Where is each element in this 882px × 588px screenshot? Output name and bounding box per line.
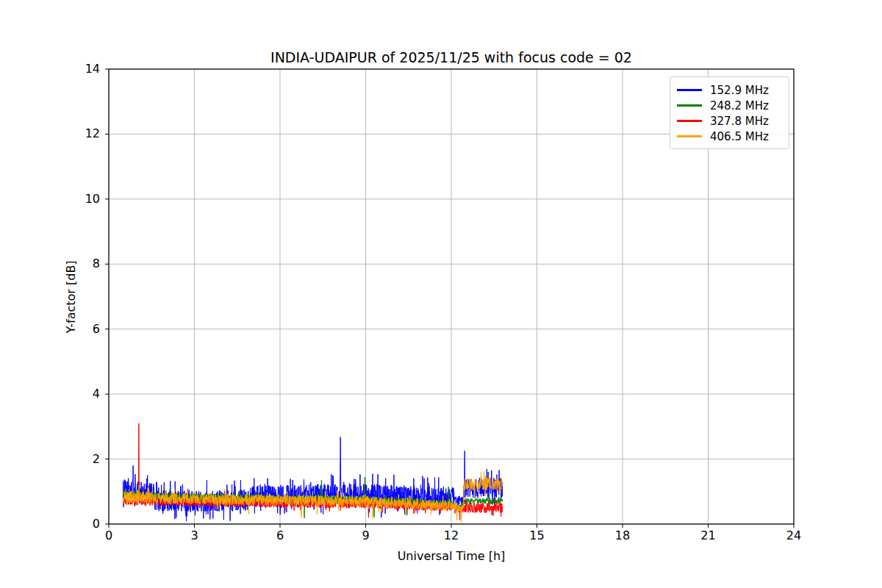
legend-item-label: 248.2 MHz (710, 99, 769, 112)
x-axis-label: Universal Time [h] (109, 549, 794, 564)
legend-item-label: 152.9 MHz (710, 84, 769, 97)
legend-item: 406.5 MHz (677, 129, 781, 144)
x-tick-label: 9 (362, 528, 369, 543)
chart-title: INDIA-UDAIPUR of 2025/11/25 with focus c… (109, 49, 794, 66)
y-tick-label: 0 (69, 517, 100, 531)
y-tick-label: 10 (69, 192, 100, 207)
x-tick-label: 24 (786, 528, 801, 543)
legend-item: 248.2 MHz (677, 98, 781, 113)
x-tick-label: 21 (700, 528, 715, 543)
x-tick-label: 0 (105, 528, 112, 543)
figure-canvas: INDIA-UDAIPUR of 2025/11/25 with focus c… (0, 0, 882, 588)
legend-line-swatch (677, 89, 702, 91)
x-tick-label: 6 (276, 528, 284, 543)
legend-line-swatch (677, 135, 702, 137)
y-tick-label: 6 (69, 322, 100, 337)
x-tick-label: 18 (615, 528, 630, 543)
legend-line-swatch (677, 120, 702, 122)
legend: 152.9 MHz 248.2 MHz 327.8 MHz 406.5 MHz (670, 76, 789, 149)
legend-item-label: 406.5 MHz (710, 130, 769, 143)
y-tick-label: 4 (69, 387, 100, 401)
legend-item: 152.9 MHz (677, 82, 781, 98)
y-tick-label: 14 (69, 62, 100, 76)
y-tick-label: 12 (69, 126, 100, 141)
legend-item-label: 327.8 MHz (710, 115, 769, 128)
x-tick-label: 3 (190, 528, 198, 543)
x-tick-label: 12 (444, 528, 459, 543)
y-tick-label: 2 (69, 452, 100, 467)
x-tick-label: 15 (529, 528, 544, 543)
y-tick-label: 8 (69, 257, 100, 271)
legend-line-swatch (677, 104, 702, 107)
legend-item: 327.8 MHz (677, 113, 781, 129)
